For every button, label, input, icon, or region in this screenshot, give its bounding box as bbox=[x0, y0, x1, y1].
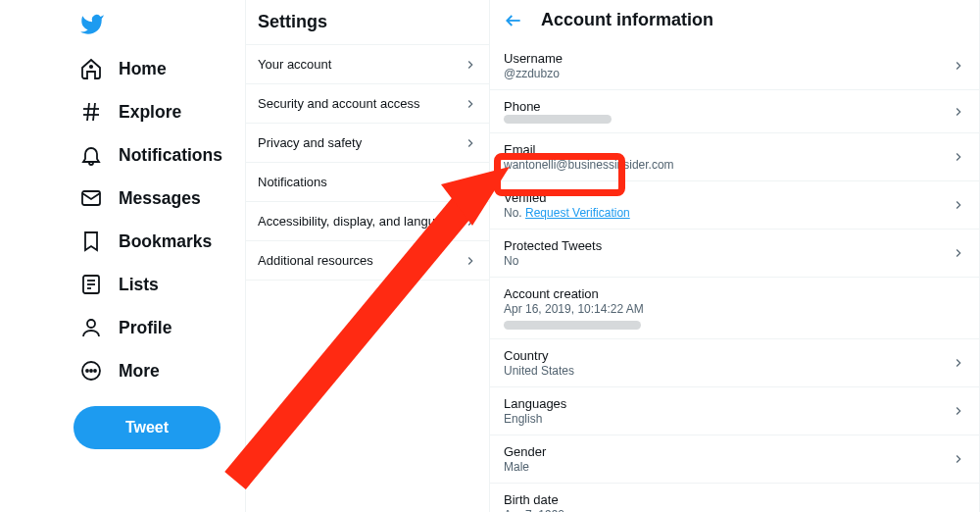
info-label: Protected Tweets bbox=[504, 238, 602, 253]
settings-notifications[interactable]: Notifications bbox=[246, 163, 489, 202]
info-username[interactable]: Username @zzdubzo bbox=[490, 42, 979, 90]
nav-label: Explore bbox=[119, 102, 181, 123]
info-label: Birth date bbox=[504, 492, 694, 507]
account-column: Account information Username @zzdubzo Ph… bbox=[490, 0, 980, 512]
info-label: Phone bbox=[504, 99, 612, 114]
more-icon bbox=[79, 359, 103, 383]
info-protected[interactable]: Protected Tweets No bbox=[490, 230, 979, 278]
nav-more[interactable]: More bbox=[74, 349, 245, 392]
svg-point-10 bbox=[87, 320, 95, 328]
nav-label: Profile bbox=[119, 318, 172, 338]
info-label: Email bbox=[504, 142, 674, 157]
request-verification-link[interactable]: Request Verification bbox=[525, 206, 630, 220]
bell-icon bbox=[79, 143, 103, 167]
info-gender[interactable]: Gender Male bbox=[490, 435, 979, 484]
nav-label: Messages bbox=[119, 188, 201, 209]
info-value: No. Request Verification bbox=[504, 206, 630, 220]
nav-messages[interactable]: Messages bbox=[74, 177, 245, 220]
settings-your-account[interactable]: Your account bbox=[246, 44, 489, 84]
nav-home[interactable]: Home bbox=[74, 47, 245, 90]
svg-point-14 bbox=[94, 370, 96, 372]
home-icon bbox=[79, 57, 103, 80]
info-label: Country bbox=[504, 348, 574, 363]
info-value: Apr 16, 2019, 10:14:22 AM bbox=[504, 302, 644, 316]
info-value: No bbox=[504, 254, 602, 268]
info-verified[interactable]: Verified No. Request Verification bbox=[490, 181, 979, 230]
info-email[interactable]: Email wantonelli@businessinsider.com bbox=[490, 133, 979, 181]
chevron-right-icon bbox=[952, 356, 965, 370]
settings-item-label: Additional resources bbox=[258, 253, 373, 268]
settings-title: Settings bbox=[246, 0, 489, 44]
settings-item-label: Your account bbox=[258, 57, 331, 72]
envelope-icon bbox=[79, 186, 103, 210]
info-country[interactable]: Country United States bbox=[490, 339, 979, 387]
info-account-creation: Account creation Apr 16, 2019, 10:14:22 … bbox=[490, 278, 979, 339]
chevron-right-icon bbox=[952, 452, 965, 466]
verified-prefix: No. bbox=[504, 206, 522, 220]
nav-notifications[interactable]: Notifications bbox=[74, 133, 245, 177]
settings-security[interactable]: Security and account access bbox=[246, 84, 489, 124]
settings-privacy[interactable]: Privacy and safety bbox=[246, 124, 489, 163]
list-icon bbox=[79, 273, 103, 296]
chevron-right-icon bbox=[952, 198, 965, 212]
info-value: English bbox=[504, 412, 566, 426]
settings-additional[interactable]: Additional resources bbox=[246, 241, 489, 281]
arrow-left-icon bbox=[504, 11, 523, 30]
chevron-right-icon bbox=[464, 97, 477, 111]
svg-line-4 bbox=[93, 103, 95, 121]
settings-item-label: Privacy and safety bbox=[258, 135, 362, 150]
nav-label: More bbox=[119, 361, 160, 382]
info-birth-date: Birth date Apr 7, 1990 Add your date of … bbox=[490, 484, 979, 512]
settings-item-label: Security and account access bbox=[258, 96, 419, 111]
bird-icon bbox=[79, 12, 105, 37]
info-value: Male bbox=[504, 460, 546, 474]
info-label: Verified bbox=[504, 190, 630, 205]
chevron-right-icon bbox=[952, 59, 965, 73]
nav-label: Bookmarks bbox=[119, 231, 212, 252]
info-label: Username bbox=[504, 51, 563, 66]
info-label: Account creation bbox=[504, 286, 644, 301]
svg-point-0 bbox=[90, 66, 92, 68]
chevron-right-icon bbox=[952, 404, 965, 418]
nav-profile[interactable]: Profile bbox=[74, 306, 245, 349]
settings-item-label: Accessibility, display, and languages bbox=[258, 214, 463, 229]
chevron-right-icon bbox=[464, 136, 477, 150]
svg-point-12 bbox=[86, 370, 88, 372]
app-root: Home Explore Notifications Messages Book bbox=[0, 0, 980, 512]
primary-sidebar: Home Explore Notifications Messages Book bbox=[0, 0, 245, 512]
account-header: Account information bbox=[490, 0, 979, 42]
redacted-value bbox=[504, 321, 641, 330]
nav-label: Home bbox=[119, 59, 167, 79]
svg-point-13 bbox=[90, 370, 92, 372]
chevron-right-icon bbox=[952, 150, 965, 164]
back-button[interactable] bbox=[504, 11, 523, 30]
twitter-logo[interactable] bbox=[74, 8, 245, 47]
nav-bookmarks[interactable]: Bookmarks bbox=[74, 220, 245, 263]
settings-item-label: Notifications bbox=[258, 175, 327, 189]
info-phone[interactable]: Phone bbox=[490, 90, 979, 133]
chevron-right-icon bbox=[464, 58, 477, 72]
settings-accessibility[interactable]: Accessibility, display, and languages bbox=[246, 202, 489, 241]
person-icon bbox=[79, 316, 103, 339]
chevron-right-icon bbox=[464, 254, 477, 268]
info-value: Apr 7, 1990 bbox=[504, 508, 694, 512]
hash-icon bbox=[79, 100, 103, 124]
info-label: Gender bbox=[504, 444, 546, 459]
nav-label: Lists bbox=[119, 275, 159, 295]
info-label: Languages bbox=[504, 396, 566, 411]
info-value: @zzdubzo bbox=[504, 67, 563, 80]
chevron-right-icon bbox=[952, 246, 965, 260]
settings-column: Settings Your account Security and accou… bbox=[245, 0, 490, 512]
tweet-button[interactable]: Tweet bbox=[74, 406, 220, 449]
chevron-right-icon bbox=[464, 176, 477, 189]
chevron-right-icon bbox=[464, 215, 477, 229]
info-value: United States bbox=[504, 364, 574, 378]
redacted-value bbox=[504, 115, 612, 124]
nav-label: Notifications bbox=[119, 145, 222, 166]
bookmark-icon bbox=[79, 230, 103, 253]
info-languages[interactable]: Languages English bbox=[490, 387, 979, 435]
nav-explore[interactable]: Explore bbox=[74, 90, 245, 133]
nav-lists[interactable]: Lists bbox=[74, 263, 245, 306]
chevron-right-icon bbox=[952, 105, 965, 119]
account-title: Account information bbox=[541, 10, 713, 30]
